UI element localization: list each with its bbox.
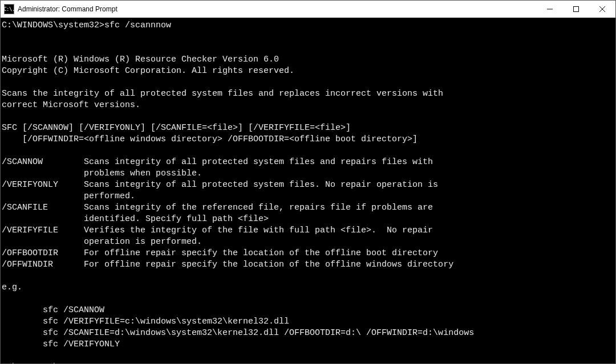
terminal-line: /OFFBOOTDIR For offline repair specify t… — [2, 248, 614, 259]
command-prompt-window: C:\. Administrator: Command Prompt C:\WI… — [0, 0, 616, 364]
minimize-icon — [547, 6, 553, 12]
maximize-icon — [573, 6, 579, 12]
cmd-icon: C:\. — [4, 4, 14, 14]
terminal-line: sfc /SCANFILE=d:\windows\system32\kernel… — [2, 328, 614, 339]
minimize-button[interactable] — [537, 1, 563, 18]
terminal-line — [2, 111, 614, 122]
close-button[interactable] — [589, 1, 615, 18]
terminal-line — [2, 350, 614, 362]
terminal-line: /SCANFILE Scans integrity of the referen… — [2, 202, 614, 214]
terminal-line — [2, 293, 614, 305]
terminal-line — [2, 31, 614, 43]
terminal-line — [2, 271, 614, 282]
terminal-line: /OFFWINDIR For offline repair specify th… — [2, 259, 614, 271]
terminal-line: [/OFFWINDIR=<offline windows directory> … — [2, 134, 614, 145]
terminal-line: C:\WINDOWS\system32> — [2, 362, 614, 363]
terminal-line: sfc /SCANNOW — [2, 305, 614, 316]
terminal-line: C:\WINDOWS\system32>sfc /scannnow — [2, 20, 614, 31]
terminal-line: sfc /VERIFYFILE=c:\windows\system32\kern… — [2, 316, 614, 328]
close-icon — [599, 6, 605, 12]
terminal-line — [2, 77, 614, 88]
terminal-line: /VERIFYONLY Scans integrity of all prote… — [2, 179, 614, 191]
terminal-line — [2, 43, 614, 54]
terminal-line: /SCANNOW Scans integrity of all protecte… — [2, 157, 614, 168]
terminal-line: correct Microsoft versions. — [2, 100, 614, 111]
terminal-line: Copyright (C) Microsoft Corporation. All… — [2, 66, 614, 77]
terminal-line: /VERIFYFILE Verifies the integrity of th… — [2, 225, 614, 236]
terminal-output[interactable]: C:\WINDOWS\system32>sfc /scannnow Micros… — [1, 18, 615, 363]
terminal-line: performed. — [2, 191, 614, 202]
terminal-line: e.g. — [2, 282, 614, 293]
terminal-line: sfc /VERIFYONLY — [2, 339, 614, 350]
terminal-line: SFC [/SCANNOW] [/VERIFYONLY] [/SCANFILE=… — [2, 122, 614, 134]
terminal-line: operation is performed. — [2, 236, 614, 248]
window-controls — [537, 1, 615, 18]
terminal-line: Scans the integrity of all protected sys… — [2, 88, 614, 100]
window-title: Administrator: Command Prompt — [18, 5, 117, 13]
terminal-line: problems when possible. — [2, 168, 614, 179]
svg-rect-0 — [574, 7, 579, 12]
terminal-line: identified. Specify full path <file> — [2, 214, 614, 225]
terminal-line — [2, 145, 614, 157]
terminal-line: Microsoft (R) Windows (R) Resource Check… — [2, 54, 614, 66]
titlebar[interactable]: C:\. Administrator: Command Prompt — [1, 1, 615, 18]
maximize-button[interactable] — [563, 1, 589, 18]
